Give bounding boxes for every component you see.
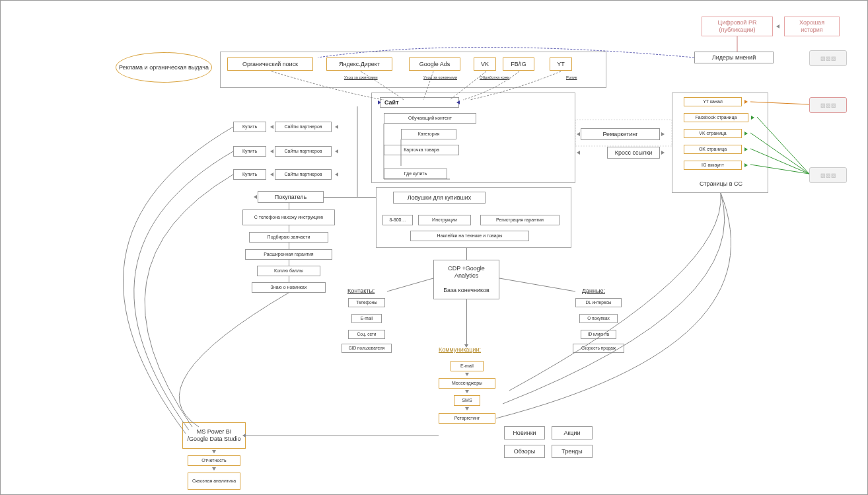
caption-1: Уход за джинсами <box>344 75 378 79</box>
google-ads-box: Google Ads <box>409 57 460 71</box>
category-box: Категория <box>401 129 456 139</box>
traps-warranty: Регистрация гарантии <box>480 215 560 225</box>
grid-novelty: Новинки <box>504 426 545 439</box>
edu-content-box: Обучающий контент <box>384 113 476 124</box>
data-header: Данные: <box>582 287 605 294</box>
data-b: О покупках <box>579 314 618 323</box>
site-title: Сайт <box>380 97 459 108</box>
buyer-step-4: Коплю баллы <box>257 266 320 276</box>
traps-stickers: Наклейки на технике и товары <box>410 231 529 241</box>
product-card-box: Карточка товара <box>384 145 459 155</box>
blur-3: ▧▧▧ <box>809 167 847 183</box>
data-c: ID клиента <box>581 330 616 339</box>
fbig-box: FB/IG <box>503 57 534 71</box>
influencers-box: Лидеры мнений <box>694 52 774 63</box>
yt-channel-box: YT канал <box>684 97 742 106</box>
digital-pr-box: Цифровой PR (публикации) <box>702 17 773 36</box>
bi-report: Отчетность <box>188 455 240 466</box>
caption-2: Уход за кожаными <box>423 75 457 79</box>
yandex-direct-box: Яндекс.Директ <box>326 57 392 71</box>
story-box: Хорошая история <box>784 17 840 36</box>
organic-search-box: Органический поиск <box>227 57 313 71</box>
vk-ads-box: VK <box>474 57 496 71</box>
vk-page-box: VK страница <box>684 129 742 138</box>
comms-sms: SMS <box>454 395 480 406</box>
buy-2: Купить <box>233 146 266 157</box>
remarketing-box: Ремаркетинг <box>581 128 660 140</box>
partner-sites-2: Сайты партнеров <box>275 146 332 157</box>
bi-through: Сквозная аналитика <box>188 473 240 490</box>
buyer-step-3: Расширенная гарантия <box>245 249 332 260</box>
buyer-step-5: Знаю о новинках <box>252 282 326 293</box>
comms-messengers: Мессенджеры <box>439 378 495 389</box>
blur-1: ▧▧▧ <box>809 50 847 66</box>
crosslinks-box: Кросс ссылки <box>607 147 660 159</box>
yt-ads-box: YT <box>550 57 572 71</box>
contacts-phone: Телефоны <box>348 298 385 307</box>
social-title: Страницы в СС <box>700 180 742 187</box>
traps-phone: 8-800… <box>382 215 413 225</box>
buyer-step-2: Подбираю запчасти <box>249 232 328 243</box>
fb-page-box: Facebook страница <box>684 113 748 122</box>
contacts-uid: GID пользователя <box>342 344 392 353</box>
partner-sites-3: Сайты партнеров <box>275 169 332 180</box>
contacts-soc: Соц. сети <box>348 330 385 339</box>
data-d: Скорость продаж <box>573 344 624 353</box>
diagram-canvas: Цифровой PR (публикации) Хорошая история… <box>0 0 868 495</box>
buy-1: Купить <box>233 122 266 132</box>
contacts-header: Контакты: <box>347 287 375 294</box>
data-a: DL интересы <box>575 298 622 307</box>
traps-title: Ловушки для купивших <box>393 192 486 204</box>
comms-retarget: Ретаргетинг <box>439 413 495 424</box>
bi-title: MS Power BI /Google Data Studio <box>182 422 246 449</box>
where-buy-box: Где купить <box>384 169 447 179</box>
contacts-email: E-mail <box>351 314 382 323</box>
cdp-box: CDP +Google Analytics База конечников <box>433 260 499 299</box>
blur-2: ▧▧▧ <box>809 97 847 113</box>
social-container <box>672 93 768 193</box>
grid-reviews: Обзоры <box>504 445 545 458</box>
caption-4: Ролик <box>566 75 577 79</box>
partner-sites-1: Сайты партнеров <box>275 122 332 132</box>
caption-3: Обработка кожи <box>480 75 509 79</box>
comms-email: E-mail <box>451 361 484 371</box>
comms-header: Коммуникации: <box>439 346 481 353</box>
buy-3: Купить <box>233 169 266 180</box>
buyer-step-1: С телефона нахожу инструкцию <box>242 209 335 225</box>
ig-account-box: IG аккаунт <box>684 161 742 170</box>
buyer-title: Покупатель <box>258 191 324 203</box>
grid-trends: Тренды <box>552 445 593 458</box>
ok-page-box: OK страница <box>684 145 742 154</box>
ads-ellipse: Реклама и органическая выдача <box>116 52 212 83</box>
traps-instructions: Инструкции <box>418 215 471 225</box>
grid-promo: Акции <box>552 426 593 439</box>
